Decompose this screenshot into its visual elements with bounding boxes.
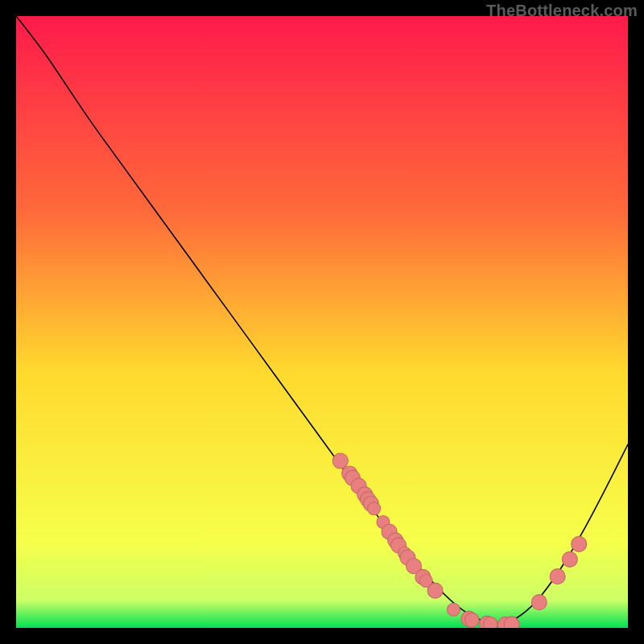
curve-marker	[332, 453, 348, 469]
curve-marker	[531, 595, 547, 610]
curve-marker	[464, 613, 478, 626]
chart-stage: TheBottleneck.com	[0, 0, 644, 644]
curve-marker	[483, 617, 497, 628]
curve-marker	[368, 502, 381, 515]
bottleneck-plot	[16, 16, 628, 628]
curve-marker	[550, 569, 565, 584]
curve-marker	[447, 603, 460, 616]
curve-marker	[504, 617, 519, 628]
curve-marker	[562, 551, 577, 567]
curve-marker	[427, 583, 443, 598]
curve-marker	[572, 536, 587, 551]
gradient-background	[16, 16, 628, 628]
